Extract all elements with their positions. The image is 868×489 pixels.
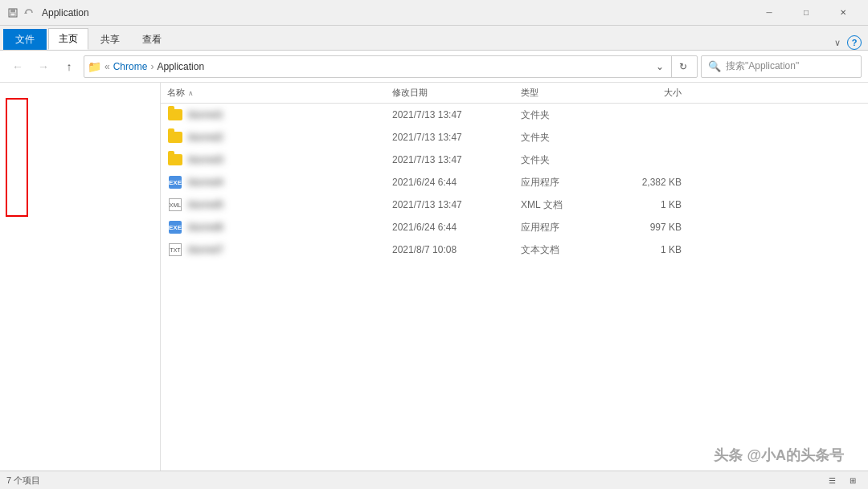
file-modified: 2021/6/24 6:44 [392, 177, 521, 188]
search-placeholder: 搜索"Application" [726, 59, 799, 73]
txt-icon: TXT [167, 242, 183, 258]
save-icon[interactable] [6, 6, 19, 19]
file-type: 文件夹 [521, 108, 617, 122]
file-name-cell: blurred2 [167, 129, 392, 145]
file-type: 应用程序 [521, 221, 617, 234]
file-modified: 2021/7/13 13:47 [392, 154, 521, 165]
status-bar: 7 个项目 ☰ ⊞ [0, 471, 868, 489]
view-controls: ☰ ⊞ [823, 473, 862, 489]
column-headers: 名称 ∧ 修改日期 类型 大小 [161, 83, 868, 104]
file-name: blurred5 [188, 199, 223, 210]
sidebar [0, 83, 161, 471]
file-type: 文件夹 [521, 153, 617, 167]
main-content: 名称 ∧ 修改日期 类型 大小 blurred1 2021/7/13 13:47… [0, 83, 868, 471]
breadcrumb-chrome[interactable]: Chrome [113, 61, 148, 72]
table-row[interactable]: blurred2 2021/7/13 13:47 文件夹 [161, 126, 868, 149]
window-controls: ─ □ ✕ [751, 0, 862, 26]
title-bar-quick-access [6, 6, 35, 19]
search-bar[interactable]: 🔍 搜索"Application" [701, 55, 862, 78]
folder-icon [167, 152, 183, 168]
file-area: 名称 ∧ 修改日期 类型 大小 blurred1 2021/7/13 13:47… [161, 83, 868, 471]
up-button[interactable]: ↑ [58, 55, 80, 78]
table-row[interactable]: EXE blurred6 2021/6/24 6:44 应用程序 997 KB [161, 216, 868, 238]
svg-marker-3 [24, 11, 27, 14]
table-row[interactable]: blurred3 2021/7/13 13:47 文件夹 [161, 149, 868, 171]
file-name-cell: EXE blurred4 [167, 174, 392, 190]
address-bar[interactable]: 📁 « Chrome › Application ⌄ ↻ [84, 55, 698, 78]
folder-icon [167, 107, 183, 123]
file-name-cell: XML blurred5 [167, 197, 392, 213]
item-count: 7 个项目 [6, 475, 40, 487]
svg-rect-1 [10, 9, 15, 12]
undo-icon [23, 6, 35, 19]
navigation-bar: ← → ↑ 📁 « Chrome › Application ⌄ ↻ 🔍 搜索"… [0, 51, 868, 83]
close-button[interactable]: ✕ [825, 0, 862, 26]
maximize-button[interactable]: □ [788, 0, 825, 26]
file-type: 应用程序 [521, 176, 617, 189]
back-button[interactable]: ← [6, 55, 29, 78]
refresh-button[interactable]: ↻ [671, 55, 694, 78]
breadcrumb-separator: « [104, 61, 110, 72]
file-type: 文本文档 [521, 243, 617, 257]
tab-file[interactable]: 文件 [3, 29, 47, 50]
file-modified: 2021/8/7 10:08 [392, 244, 521, 255]
file-name-cell: TXT blurred7 [167, 242, 392, 258]
file-name: blurred3 [188, 154, 223, 165]
minimize-button[interactable]: ─ [751, 0, 788, 26]
file-modified: 2021/6/24 6:44 [392, 222, 521, 233]
file-name-cell: blurred1 [167, 107, 392, 123]
table-row[interactable]: TXT blurred7 2021/8/7 10:08 文本文档 1 KB [161, 238, 868, 261]
exe-icon: EXE [167, 219, 183, 235]
file-size: 1 KB [617, 199, 682, 210]
ribbon: 文件 主页 共享 查看 ∨ ? [0, 26, 868, 51]
file-size: 2,382 KB [617, 177, 682, 188]
table-row[interactable]: EXE blurred4 2021/6/24 6:44 应用程序 2,382 K… [161, 171, 868, 194]
ribbon-collapse-icon[interactable]: ∨ [834, 38, 841, 48]
breadcrumb-current: Application [157, 61, 204, 72]
file-type: 文件夹 [521, 131, 617, 145]
file-list: blurred1 2021/7/13 13:47 文件夹 blurred2 20… [161, 104, 868, 261]
file-name: blurred6 [188, 222, 223, 233]
file-size: 1 KB [617, 244, 682, 255]
table-row[interactable]: XML blurred5 2021/7/13 13:47 XML 文档 1 KB [161, 194, 868, 216]
file-name-cell: blurred3 [167, 152, 392, 168]
col-header-type[interactable]: 类型 [521, 87, 617, 99]
address-dropdown[interactable]: ⌄ [652, 61, 668, 72]
file-name: blurred7 [188, 244, 223, 255]
col-header-name[interactable]: 名称 ∧ [167, 87, 392, 99]
col-header-size[interactable]: 大小 [617, 87, 682, 99]
file-modified: 2021/7/13 13:47 [392, 109, 521, 120]
exe-icon: EXE [167, 174, 183, 190]
svg-rect-2 [10, 13, 15, 16]
col-header-modified[interactable]: 修改日期 [392, 87, 521, 99]
file-name: blurred2 [188, 132, 223, 143]
file-name: blurred4 [188, 177, 223, 188]
file-name-cell: EXE blurred6 [167, 219, 392, 235]
title-bar: Application ─ □ ✕ [0, 0, 868, 26]
file-type: XML 文档 [521, 198, 617, 212]
search-icon: 🔍 [708, 60, 721, 72]
grid-view-button[interactable]: ⊞ [844, 473, 862, 489]
details-view-button[interactable]: ☰ [823, 473, 841, 489]
file-modified: 2021/7/13 13:47 [392, 132, 521, 143]
window-title: Application [42, 7, 751, 18]
table-row[interactable]: blurred1 2021/7/13 13:47 文件夹 [161, 104, 868, 126]
breadcrumb-arrow: › [150, 61, 154, 72]
breadcrumb-path: « Chrome › Application [104, 61, 649, 72]
folder-icon: 📁 [88, 60, 101, 73]
file-modified: 2021/7/13 13:47 [392, 199, 521, 210]
xml-icon: XML [167, 197, 183, 213]
tab-home[interactable]: 主页 [48, 28, 88, 50]
tab-share[interactable]: 共享 [90, 29, 130, 50]
sort-arrow: ∧ [188, 89, 194, 97]
folder-icon [167, 129, 183, 145]
file-name: blurred1 [188, 109, 223, 120]
help-icon[interactable]: ? [847, 35, 862, 50]
tab-view[interactable]: 查看 [132, 29, 172, 50]
file-size: 997 KB [617, 222, 682, 233]
ribbon-tabs: 文件 主页 共享 查看 ∨ ? [0, 26, 868, 50]
forward-button[interactable]: → [32, 55, 55, 78]
